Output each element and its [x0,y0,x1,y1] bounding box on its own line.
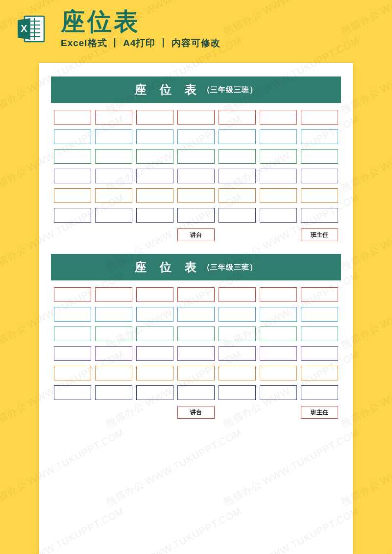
seat-cell [219,169,256,183]
paren-open: （ [202,85,210,95]
seat-cell [136,188,173,203]
seat-cell [95,385,132,400]
seat-cell [95,129,132,144]
seating-block-1: 座 位 表 （ 三年级三班 ） 讲台 班主任 [51,76,341,241]
seat-cell [260,287,297,302]
seat-cell [136,327,173,341]
class-name: 三年级三班 [210,85,249,95]
seat-cell [177,188,215,203]
seat-cell [54,169,91,183]
seat-cell [301,149,338,164]
seat-cell [260,149,297,164]
seat-cell [54,188,91,203]
seat-cell [177,208,215,223]
seat-cell [95,149,132,164]
seat-cell [177,385,215,400]
excel-file-icon: X [16,13,47,45]
seat-row [54,366,338,380]
block-header: 座 位 表 （ 三年级三班 ） [51,76,341,103]
teacher-label: 班主任 [301,228,338,241]
seat-row [54,385,338,400]
page-header: X 座位表 Excel格式 丨 A4打印 丨 内容可修改 [0,0,392,56]
seat-cell [219,346,256,361]
seat-cell [177,287,215,302]
seat-cell [260,327,297,341]
seat-cell [54,385,91,400]
seat-cell [95,287,132,302]
page-subtitle: Excel格式 丨 A4打印 丨 内容可修改 [61,37,376,50]
seat-cell [95,346,132,361]
seat-cell [177,110,215,125]
seat-cell [260,385,297,400]
seat-cell [136,129,173,144]
teacher-label: 班主任 [301,406,338,419]
header-text: 座位表 Excel格式 丨 A4打印 丨 内容可修改 [61,9,376,50]
seat-row [54,287,338,302]
seat-cell [54,366,91,380]
seat-cell [95,110,132,125]
svg-text:X: X [21,23,27,34]
seat-cell [260,346,297,361]
seat-cell [95,208,132,223]
seat-cell [260,110,297,125]
seat-cell [177,149,215,164]
seat-cell [219,307,256,322]
podium-label: 讲台 [177,406,215,419]
seat-cell [95,169,132,183]
seat-cell [54,110,91,125]
seat-cell [301,287,338,302]
seat-cell [136,307,173,322]
seat-cell [260,208,297,223]
seat-cell [301,169,338,183]
seat-cell [177,169,215,183]
labels-row: 讲台 班主任 [51,228,341,241]
seat-cell [260,188,297,203]
seat-cell [301,366,338,380]
podium-label: 讲台 [177,228,215,241]
seat-row [54,208,338,223]
seat-cell [301,129,338,144]
seat-cell [219,149,256,164]
page-title: 座位表 [61,9,376,35]
seat-cell [54,327,91,341]
seat-cell [177,307,215,322]
block-title: 座 位 表 [135,82,201,98]
seat-cell [301,385,338,400]
seat-cell [54,208,91,223]
seat-cell [301,307,338,322]
seat-cell [219,188,256,203]
seat-cell [95,307,132,322]
seat-cell [54,129,91,144]
seat-cell [301,346,338,361]
seat-cell [54,346,91,361]
seat-cell [95,327,132,341]
seat-cell [301,188,338,203]
seat-cell [136,385,173,400]
seat-cell [177,129,215,144]
document-paper: 座 位 表 （ 三年级三班 ） 讲台 班主任 座 位 表 （ 三年级三 [39,63,353,554]
seat-cell [301,208,338,223]
seat-cell [260,307,297,322]
seat-cell [177,346,215,361]
seat-cell [95,188,132,203]
seat-cell [54,287,91,302]
seat-row [54,129,338,144]
seat-cell [301,110,338,125]
seat-cell [301,327,338,341]
seat-cell [54,149,91,164]
seat-cell [177,327,215,341]
paren-open: （ [202,262,210,273]
block-title: 座 位 表 [135,259,201,275]
paren-close: ） [249,262,257,273]
seat-cell [219,287,256,302]
seat-cell [260,129,297,144]
seat-row [54,188,338,203]
seat-cell [260,169,297,183]
seat-cell [136,346,173,361]
seat-cell [54,307,91,322]
seat-cell [136,149,173,164]
block-header: 座 位 表 （ 三年级三班 ） [51,254,341,280]
class-name: 三年级三班 [210,263,249,272]
seat-cell [177,366,215,380]
seat-row [54,307,338,322]
